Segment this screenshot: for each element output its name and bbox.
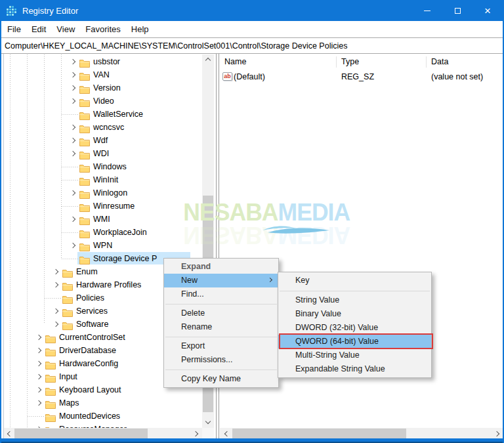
submenu-item-key[interactable]: Key [278, 274, 431, 287]
submenu-item-expandable-string-value[interactable]: Expandable String Value [278, 362, 431, 376]
scroll-left-icon[interactable] [7, 431, 12, 436]
context-menu-item-new[interactable]: New [164, 274, 278, 287]
column-separator[interactable] [426, 56, 427, 68]
folder-icon [62, 295, 73, 304]
scroll-right-icon[interactable] [494, 431, 499, 436]
tree-horizontal-scrollbar[interactable] [4, 428, 202, 439]
tree-item-wininit[interactable]: WinInit [4, 173, 202, 186]
tree-item-maps[interactable]: Maps [4, 396, 202, 410]
tree-item-windows[interactable]: Windows [4, 160, 202, 173]
tree-item-winlogon[interactable]: Winlogon [4, 186, 202, 200]
context-menu-item-delete[interactable]: Delete [164, 306, 278, 320]
value-name[interactable]: (Default) [234, 70, 265, 83]
tree-item-wdf[interactable]: Wdf [4, 134, 202, 147]
tree-item-wdi[interactable]: WDI [4, 147, 202, 160]
list-horizontal-scrollbar[interactable] [220, 428, 504, 439]
submenu-item-multi-string-value[interactable]: Multi-String Value [278, 348, 431, 362]
menu-help[interactable]: Help [126, 22, 154, 36]
chevron-right-icon[interactable] [70, 98, 75, 104]
tree-connector [62, 167, 78, 167]
column-header-name[interactable]: Name [224, 55, 246, 68]
scroll-up-icon[interactable] [205, 58, 211, 63]
chevron-right-icon[interactable] [70, 151, 75, 156]
tree-item-wmi[interactable]: WMI [4, 213, 202, 226]
tree-item-usbstor[interactable]: usbstor [4, 55, 202, 68]
tree-item-workplacejoin[interactable]: WorkplaceJoin [4, 226, 202, 239]
folder-icon [45, 374, 56, 383]
submenu-item-qword-64-bit-value[interactable]: QWORD (64-bit) Value [278, 335, 431, 348]
context-menu-item-rename[interactable]: Rename [164, 320, 278, 334]
chevron-right-icon[interactable] [36, 374, 41, 379]
tree-item-winresume[interactable]: Winresume [4, 200, 202, 213]
tree-item-resourcemanager[interactable]: ResourceManager [4, 423, 202, 428]
maximize-button[interactable] [442, 0, 472, 21]
menu-view[interactable]: View [51, 22, 80, 36]
scroll-right-icon[interactable] [193, 431, 198, 436]
column-header-data[interactable]: Data [431, 55, 448, 68]
window-title: Registry Editor [22, 6, 78, 16]
scroll-left-icon[interactable] [224, 431, 230, 436]
tree-item-label: WinInit [93, 173, 118, 186]
tree-item-label: Winresume [93, 200, 135, 213]
tree-item-version[interactable]: Version [4, 81, 202, 95]
menu-favorites[interactable]: Favorites [80, 22, 125, 36]
menu-separator [164, 367, 278, 372]
tree-hscroll-thumb[interactable] [14, 429, 148, 438]
folder-icon [79, 59, 90, 68]
chevron-right-icon[interactable] [53, 308, 58, 314]
tree-item-label: Enum [76, 265, 98, 278]
menu-edit[interactable]: Edit [26, 22, 51, 36]
scroll-down-icon[interactable] [205, 419, 211, 424]
context-menu-item-export[interactable]: Export [164, 339, 278, 353]
context-menu-item-copy-key-name[interactable]: Copy Key Name [164, 372, 278, 386]
chevron-right-icon[interactable] [70, 59, 75, 64]
chevron-right-icon[interactable] [70, 85, 75, 91]
chevron-right-icon[interactable] [70, 72, 75, 77]
context-menu-item-expand[interactable]: Expand [164, 260, 278, 274]
folder-icon [79, 151, 90, 159]
chevron-right-icon[interactable] [53, 322, 58, 327]
chevron-right-icon[interactable] [70, 243, 75, 248]
chevron-right-icon[interactable] [36, 348, 41, 353]
minimize-button[interactable] [412, 0, 442, 21]
folder-icon [45, 413, 56, 422]
chevron-right-icon[interactable] [70, 125, 75, 130]
folder-icon [45, 400, 56, 409]
tree-item-wpn[interactable]: WPN [4, 239, 202, 252]
tree-connector [62, 180, 78, 180]
chevron-right-icon[interactable] [70, 190, 75, 196]
folder-icon [79, 72, 90, 81]
tree-item-video[interactable]: Video [4, 95, 202, 108]
menu-file[interactable]: File [2, 22, 26, 36]
chevron-right-icon[interactable] [36, 400, 41, 406]
context-menu-item-permissions[interactable]: Permissions... [164, 353, 278, 367]
string-value-icon: ab [222, 72, 232, 81]
tree-connector [62, 259, 78, 259]
window-bottom-border [1, 438, 503, 443]
chevron-right-icon[interactable] [70, 138, 75, 143]
tree-item-walletservice[interactable]: WalletService [4, 108, 202, 121]
chevron-right-icon[interactable] [70, 217, 75, 222]
menu-separator [278, 287, 431, 293]
submenu-item-string-value[interactable]: String Value [278, 293, 431, 307]
list-hscroll-thumb[interactable] [232, 429, 406, 438]
tree-item-label: WalletService [93, 108, 143, 121]
submenu-item-dword-32-bit-value[interactable]: DWORD (32-bit) Value [278, 321, 431, 335]
tree-item-label: usbstor [93, 55, 120, 68]
submenu-item-binary-value[interactable]: Binary Value [278, 307, 431, 321]
tree-item-mounteddevices[interactable]: MountedDevices [4, 410, 202, 423]
address-bar[interactable]: Computer\HKEY_LOCAL_MACHINE\SYSTEM\Contr… [1, 37, 503, 54]
column-separator[interactable] [336, 56, 337, 68]
tree-item-wcncsvc[interactable]: wcncsvc [4, 121, 202, 134]
context-menu-item-find[interactable]: Find... [164, 287, 278, 301]
chevron-right-icon[interactable] [36, 361, 41, 366]
tree-item-van[interactable]: VAN [4, 68, 202, 81]
folder-icon [79, 203, 90, 212]
close-button[interactable]: × [472, 0, 503, 21]
chevron-right-icon[interactable] [36, 335, 41, 340]
chevron-right-icon[interactable] [53, 269, 58, 274]
folder-icon [79, 190, 90, 199]
column-header-type[interactable]: Type [341, 55, 359, 68]
chevron-right-icon[interactable] [53, 282, 58, 287]
chevron-right-icon[interactable] [36, 387, 41, 392]
